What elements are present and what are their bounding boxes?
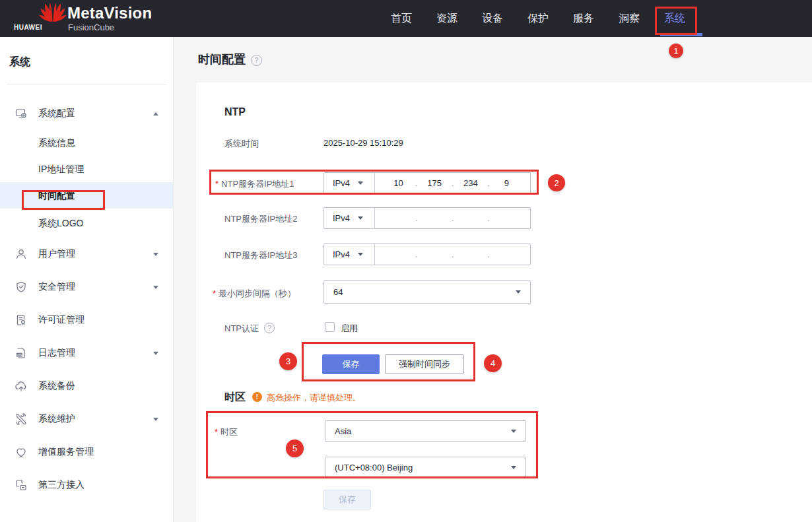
chevron-down-icon	[358, 216, 363, 220]
sidebar-item-label: 系统配置	[38, 108, 148, 119]
sidebar-item-label: 系统维护	[38, 413, 148, 425]
chevron-down-icon	[153, 253, 158, 256]
chevron-down-icon	[153, 352, 158, 355]
log-icon: LOG	[15, 346, 28, 360]
system-config-icon	[15, 107, 28, 120]
nav-item-protect[interactable]: 保护	[527, 0, 549, 37]
page-title: 时间配置?	[198, 51, 262, 67]
sidebar-item-label: 第三方接入	[38, 479, 158, 491]
time-config-card: NTP 系统时间 2025-10-29 15:10:29 *NTP服务器IP地址…	[196, 82, 812, 522]
nav-item-services[interactable]: 服务	[573, 0, 594, 37]
sidebar-item-label: 系统备份	[38, 380, 158, 392]
huawei-logo-icon	[38, 3, 67, 22]
chevron-down-icon	[153, 418, 158, 421]
sidebar-item-system-maintenance[interactable]: 系统维护	[0, 403, 173, 436]
timezone-region-select[interactable]: Asia	[325, 420, 526, 442]
timezone-city-select[interactable]: (UTC+08:00) Beijing	[325, 457, 526, 478]
required-mark: *	[215, 179, 219, 189]
chevron-down-icon	[511, 466, 516, 469]
value-added-icon	[15, 445, 28, 459]
sidebar-item-system-backup[interactable]: 系统备份	[0, 370, 173, 403]
sidebar-item-user-management[interactable]: 用户管理	[0, 238, 173, 271]
enable-label: 启用	[341, 323, 358, 335]
sidebar-item-time-config[interactable]: 时间配置	[0, 182, 173, 209]
ntp-server1-ip-input[interactable]: 10 . 175 . 234 . 9	[375, 173, 530, 193]
sidebar-menu: 系统配置 系统信息 IP地址管理 时间配置 系统LOGO 用户管理 安全管理	[0, 98, 173, 502]
sidebar-item-label: 日志管理	[38, 347, 148, 359]
ip-version-select-3[interactable]: IPv4	[324, 244, 375, 265]
ip-dot: .	[415, 249, 418, 259]
timezone-section-heading: 时区	[224, 391, 246, 405]
ntp-section-heading: NTP	[224, 106, 246, 118]
min-sync-select[interactable]: 64	[323, 280, 531, 304]
ntp-save-button[interactable]: 保存	[322, 354, 380, 374]
product-name: MetaVision	[67, 4, 152, 22]
sidebar-divider	[7, 84, 166, 84]
timezone-save-button[interactable]: 保存	[323, 490, 371, 509]
security-icon	[15, 280, 28, 294]
sidebar-item-log-management[interactable]: LOG 日志管理	[0, 337, 173, 370]
ntp-server3-row: IPv4 . . .	[323, 244, 531, 265]
ip-dot: .	[452, 213, 454, 223]
sidebar-item-system-config[interactable]: 系统配置	[0, 98, 173, 129]
ntp-server2-ip-input[interactable]: . . .	[375, 208, 530, 228]
user-icon	[15, 247, 28, 261]
required-mark: *	[215, 427, 218, 437]
force-time-sync-button[interactable]: 强制时间同步	[385, 354, 464, 374]
app-header: HUAWEI MetaVision FusionCube 首页 资源 设备 保护…	[0, 0, 812, 37]
ntp-auth-label: NTP认证?	[224, 323, 275, 335]
huawei-wordmark: HUAWEI	[14, 24, 42, 31]
sidebar-item-value-added-services[interactable]: 增值服务管理	[0, 436, 173, 469]
maintenance-icon	[15, 412, 28, 426]
help-icon[interactable]: ?	[251, 55, 262, 66]
third-party-icon	[15, 478, 28, 492]
nav-item-home[interactable]: 首页	[391, 0, 412, 37]
page-title-text: 时间配置	[198, 53, 246, 66]
ntp-server2-label: NTP服务器IP地址2	[224, 213, 298, 225]
chevron-up-icon	[153, 112, 158, 115]
ntp-server2-row: IPv4 . . .	[323, 207, 531, 229]
timezone-label: *时区	[215, 426, 238, 438]
ip-octet-4[interactable]: 9	[490, 178, 524, 188]
nav-item-system[interactable]: 系统	[664, 0, 685, 37]
sidebar-title: 系统	[0, 37, 173, 69]
min-sync-label: *最小同步间隔（秒）	[213, 288, 296, 300]
top-nav: 首页 资源 设备 保护 服务 洞察 系统	[391, 0, 685, 37]
sidebar-item-system-info[interactable]: 系统信息	[0, 129, 173, 156]
ip-octet-3[interactable]: 234	[454, 178, 487, 188]
timezone-region-value: Asia	[335, 426, 351, 436]
chevron-down-icon	[153, 286, 158, 289]
ip-version-select-1[interactable]: IPv4	[324, 173, 375, 193]
ip-octet-2[interactable]: 175	[418, 178, 452, 188]
timezone-city-value: (UTC+08:00) Beijing	[335, 463, 413, 473]
ntp-server1-row: IPv4 10 . 175 . 234 . 9	[323, 172, 531, 194]
annotation-step-1: 1	[669, 44, 683, 58]
sidebar-item-license-management[interactable]: 许可证管理	[0, 304, 173, 337]
ntp-auth-checkbox[interactable]	[325, 322, 335, 332]
svg-text:LOG: LOG	[17, 353, 22, 356]
license-icon	[15, 313, 28, 327]
ip-octet-1[interactable]: 10	[382, 178, 415, 188]
sidebar-item-security-management[interactable]: 安全管理	[0, 271, 173, 304]
system-time-value: 2025-10-29 15:10:29	[323, 138, 403, 148]
chevron-down-icon	[511, 430, 516, 433]
ip-dot: .	[487, 249, 490, 259]
sidebar-item-system-logo[interactable]: 系统LOGO	[0, 209, 173, 238]
nav-item-insight[interactable]: 洞察	[619, 0, 640, 37]
ip-dot: .	[415, 213, 418, 223]
sidebar-item-ip-management[interactable]: IP地址管理	[0, 156, 173, 182]
sidebar-item-label: 安全管理	[38, 281, 148, 293]
ip-version-select-2[interactable]: IPv4	[324, 208, 375, 228]
nav-item-resources[interactable]: 资源	[436, 0, 457, 37]
sidebar-item-third-party-access[interactable]: 第三方接入	[0, 469, 173, 502]
sidebar-item-label: 许可证管理	[38, 314, 158, 326]
chevron-down-icon	[358, 253, 363, 256]
nav-item-devices[interactable]: 设备	[482, 0, 503, 37]
chevron-down-icon	[358, 181, 363, 185]
warning-text: 高危操作，请谨慎处理。	[267, 392, 361, 404]
ntp-server1-label: *NTP服务器IP地址1	[215, 178, 294, 190]
ntp-server3-ip-input[interactable]: . . .	[375, 244, 530, 265]
warning-icon: !	[252, 392, 262, 402]
help-icon[interactable]: ?	[264, 323, 275, 333]
ip-dot: .	[452, 249, 454, 259]
